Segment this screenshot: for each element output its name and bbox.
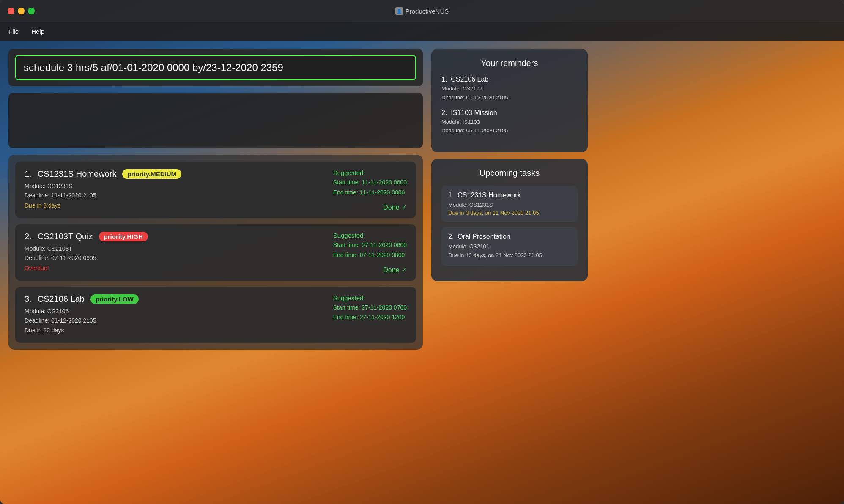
start-time-1: Start time: 11-11-2020 0600 [333,178,407,188]
upcoming-due-2: Due in 13 days, on 21 Nov 2020 21:05 [448,251,571,260]
window-title: ProductiveNUS [406,8,449,15]
reminder-item-2: 2. IS1103 Mission Module: IS1103 Deadlin… [441,109,578,136]
task-card-1: 1. CS1231S Homework priority.MEDIUM Modu… [15,162,416,218]
reminder-deadline-2: Deadline: 05-11-2020 2105 [441,126,578,135]
upcoming-item-1: 1. CS1231S Homework Module: CS1231S Due … [441,186,578,222]
reminder-module-2: Module: IS1103 [441,118,578,127]
task-title-3: CS2106 Lab [38,294,85,304]
task-suggested-1: Suggested: Start time: 11-11-2020 0600 E… [333,169,407,198]
right-panel: Your reminders 1. CS2106 Lab Module: CS2… [431,49,588,496]
start-time-3: Start time: 27-11-2020 0700 [333,303,407,313]
task-due-1: Due in 3 days [25,202,407,209]
priority-badge-1: priority.MEDIUM [122,169,181,179]
app-icon: 👤 [395,7,403,15]
task-number-2: 2. [25,232,32,241]
task-list: 1. CS1231S Homework priority.MEDIUM Modu… [8,155,423,350]
upcoming-module-1: Module: CS1231S [448,201,571,210]
upcoming-task-title-2: 2. Oral Presentation [448,233,571,241]
task-title-2: CS2103T Quiz [38,232,93,241]
titlebar: 👤 ProductiveNUS [0,0,844,22]
suggested-label-2: Suggested: [333,232,407,239]
done-check-1: Done ✓ [383,203,407,211]
window-controls [8,8,35,14]
upcoming-module-2: Module: CS2101 [448,242,571,251]
left-panel: 1. CS1231S Homework priority.MEDIUM Modu… [8,49,423,496]
end-time-2: End time: 07-11-2020 0800 [333,250,407,260]
upcoming-title: Upcoming tasks [441,168,578,178]
upcoming-task-title-1: 1. CS1231S Homework [448,192,571,199]
end-time-3: End time: 27-11-2020 1200 [333,312,407,323]
minimize-button[interactable] [18,8,25,14]
upcoming-card: Upcoming tasks 1. CS1231S Homework Modul… [431,159,588,281]
priority-badge-3: priority.LOW [90,294,139,304]
task-number-1: 1. [25,169,32,179]
task-card-2: 2. CS2103T Quiz priority.HIGH Module: CS… [15,224,416,281]
suggested-label-1: Suggested: [333,169,407,176]
maximize-button[interactable] [28,8,35,14]
reminder-title-1: 1. CS2106 Lab [441,76,578,83]
start-time-2: Start time: 07-11-2020 0600 [333,240,407,250]
reminders-card: Your reminders 1. CS2106 Lab Module: CS2… [431,49,588,152]
window-title-area: 👤 ProductiveNUS [395,7,449,15]
priority-badge-2: priority.HIGH [99,232,148,241]
suggested-label-3: Suggested: [333,294,407,301]
task-due-3: Due in 23 days [25,327,407,334]
command-input-wrapper [8,49,423,86]
upcoming-item-2: 2. Oral Presentation Module: CS2101 Due … [441,227,578,266]
task-number-3: 3. [25,294,32,304]
menu-help[interactable]: Help [31,28,44,35]
task-suggested-2: Suggested: Start time: 07-11-2020 0600 E… [333,232,407,260]
reminder-title-2: 2. IS1103 Mission [441,109,578,117]
reminder-module-1: Module: CS2106 [441,85,578,93]
task-due-2: Overdue! [25,265,407,271]
end-time-1: End time: 11-11-2020 0800 [333,188,407,198]
app-window: 👤 ProductiveNUS File Help 1. CS123 [0,0,844,504]
output-area [8,93,423,148]
task-card-3: 3. CS2106 Lab priority.LOW Module: CS210… [15,287,416,343]
upcoming-due-1: Due in 3 days, on 11 Nov 2020 21:05 [448,210,571,216]
done-check-2: Done ✓ [383,266,407,274]
reminders-title: Your reminders [441,58,578,68]
menu-file[interactable]: File [8,28,19,35]
task-title-1: CS1231S Homework [38,169,117,179]
task-suggested-3: Suggested: Start time: 27-11-2020 0700 E… [333,294,407,323]
close-button[interactable] [8,8,14,14]
command-input[interactable] [15,55,416,80]
menubar: File Help [0,22,844,41]
reminder-deadline-1: Deadline: 01-12-2020 2105 [441,93,578,102]
main-content: 1. CS1231S Homework priority.MEDIUM Modu… [0,41,844,504]
reminder-item-1: 1. CS2106 Lab Module: CS2106 Deadline: 0… [441,76,578,102]
